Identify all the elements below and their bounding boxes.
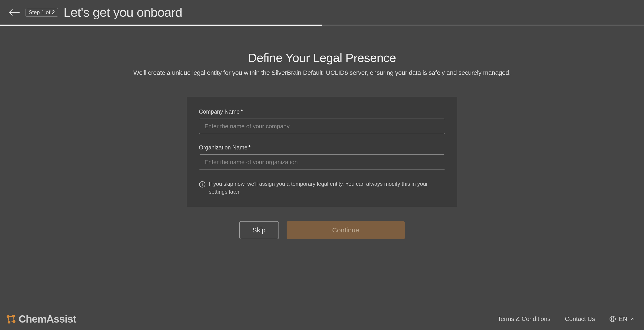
progress-bar bbox=[0, 24, 644, 26]
organization-name-label-text: Organization Name bbox=[199, 144, 247, 150]
svg-line-10 bbox=[14, 316, 14, 322]
svg-point-3 bbox=[202, 183, 202, 183]
skip-hint: If you skip now, we'll assign you a temp… bbox=[199, 180, 445, 196]
footer: ChemAssist Terms & Conditions Contact Us… bbox=[0, 313, 644, 330]
brand-logo-icon bbox=[6, 314, 16, 324]
globe-icon bbox=[609, 316, 616, 322]
organization-name-input[interactable] bbox=[199, 154, 445, 170]
language-label: EN bbox=[619, 316, 627, 322]
organization-name-label: Organization Name* bbox=[199, 144, 445, 151]
required-marker: * bbox=[240, 108, 243, 115]
brand-name: ChemAssist bbox=[18, 313, 76, 325]
onboarding-header: Step 1 of 2 Let's get you onboard bbox=[0, 0, 644, 24]
footer-links: Terms & Conditions Contact Us EN bbox=[498, 316, 636, 322]
action-buttons: Skip Continue bbox=[239, 221, 405, 239]
info-icon bbox=[199, 181, 206, 188]
language-picker[interactable]: EN bbox=[609, 316, 636, 322]
contact-link[interactable]: Contact Us bbox=[565, 316, 595, 322]
continue-button[interactable]: Continue bbox=[286, 221, 405, 239]
company-name-input[interactable] bbox=[199, 118, 445, 134]
terms-link[interactable]: Terms & Conditions bbox=[498, 316, 550, 322]
brand: ChemAssist bbox=[6, 313, 76, 325]
onboarding-title: Let's get you onboard bbox=[64, 5, 182, 20]
page-heading: Define Your Legal Presence bbox=[248, 51, 396, 65]
svg-line-11 bbox=[9, 322, 14, 322]
required-marker: * bbox=[248, 144, 250, 150]
step-badge: Step 1 of 2 bbox=[25, 8, 58, 17]
company-name-label-text: Company Name bbox=[199, 108, 240, 115]
company-name-group: Company Name* bbox=[199, 108, 445, 134]
organization-name-group: Organization Name* bbox=[199, 144, 445, 170]
chevron-up-icon bbox=[630, 316, 636, 322]
company-name-label: Company Name* bbox=[199, 108, 445, 115]
legal-entity-form: Company Name* Organization Name* If you … bbox=[187, 97, 457, 207]
arrow-left-icon bbox=[8, 8, 20, 17]
back-arrow-button[interactable] bbox=[8, 8, 20, 17]
progress-fill bbox=[0, 24, 322, 26]
page-subtitle: We'll create a unique legal entity for y… bbox=[133, 69, 510, 76]
svg-line-8 bbox=[8, 316, 14, 317]
main-content: Define Your Legal Presence We'll create … bbox=[0, 26, 644, 313]
skip-hint-text: If you skip now, we'll assign you a temp… bbox=[209, 180, 445, 196]
skip-button[interactable]: Skip bbox=[239, 221, 279, 239]
